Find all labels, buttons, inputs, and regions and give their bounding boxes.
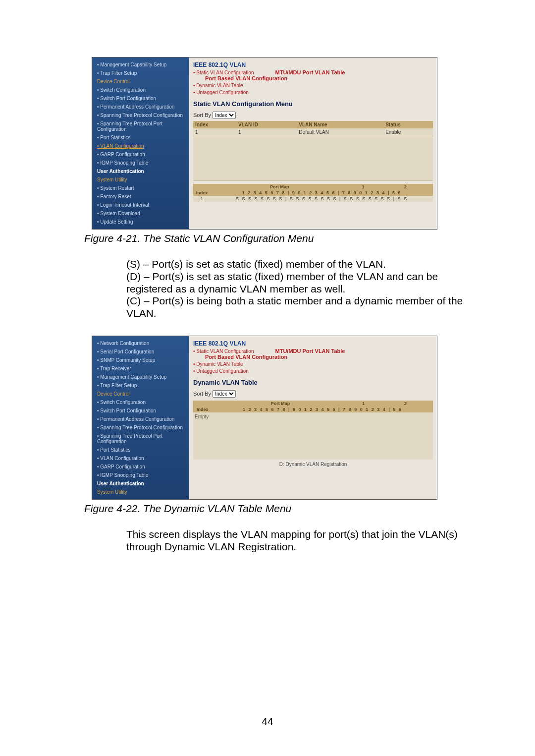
link-untagged[interactable]: • Untagged Configuration	[193, 368, 249, 374]
sidebar-item[interactable]: • Network Configuration	[92, 339, 189, 348]
portmap-group-2: 2	[391, 184, 420, 190]
portmap-row: 1 S S S S S S S S | S S S S S S S S | S …	[193, 196, 433, 202]
sidebar-item[interactable]: • Management Capability Setup	[92, 373, 189, 381]
sidebar-item: System Utility	[92, 488, 189, 496]
sidebar-item: Device Control	[92, 77, 189, 86]
link-static-vlan[interactable]: • Static VLAN Configuration	[193, 349, 254, 354]
sidebar-item[interactable]: • IGMP Snooping Table	[92, 159, 189, 167]
sidebar-item[interactable]: • GARP Configuration	[92, 463, 189, 471]
sortby-label: Sort By	[193, 391, 211, 397]
sidebar-item[interactable]: • Port Statistics	[92, 133, 189, 142]
sidebar-item[interactable]: • Trap Filter Setup	[92, 69, 189, 77]
sidebar-item[interactable]: • VLAN Configuration	[92, 454, 189, 463]
link-untagged[interactable]: • Untagged Configuration	[193, 90, 249, 95]
portmap-label: Port Map	[212, 401, 349, 407]
sidebar-item[interactable]: • Factory Reset	[92, 192, 189, 201]
portmap-group-2: 2	[391, 401, 420, 407]
col-status: Status	[383, 121, 433, 128]
sidebar-item[interactable]: • IGMP Snooping Table	[92, 471, 189, 479]
sidebar-item[interactable]: • Port Statistics	[92, 446, 189, 454]
figure-dynamic-vlan: • Network Configuration • Serial Port Co…	[92, 336, 437, 500]
port-map-table: Port Map 1 2 Index 1 2 3 4 5 6 7 8 | 9 0…	[193, 184, 433, 202]
sidebar-item[interactable]: • Management Capability Setup	[92, 60, 189, 69]
sidebar-item[interactable]: • System Restart	[92, 184, 189, 192]
panel-title: IEEE 802.1Q VLAN	[193, 340, 433, 347]
table-row[interactable]: 1 1 Default VLAN Enable	[193, 128, 433, 136]
col-vlanid: VLAN ID	[236, 121, 297, 128]
port-vlan-table-label[interactable]: MTU/MDU Port VLAN Table	[275, 69, 345, 75]
link-dynamic-vlan[interactable]: • Dynamic VLAN Table	[193, 361, 243, 367]
sidebar-item[interactable]: • Spanning Tree Protocol Port Configurat…	[92, 432, 189, 446]
portmap-group-1: 1	[349, 401, 378, 407]
port-vlan-table-label[interactable]: MTU/MDU Port VLAN Table	[275, 348, 345, 354]
sidebar-item[interactable]: • Update Setting	[92, 218, 189, 226]
section-title: Dynamic VLAN Table	[193, 379, 433, 386]
sidebar: • Network Configuration • Serial Port Co…	[92, 336, 189, 499]
port-based-vlan-label[interactable]: Port Based VLAN Configuration	[205, 354, 287, 360]
sidebar-item[interactable]: • Spanning Tree Protocol Configuration	[92, 111, 189, 119]
sidebar-item[interactable]: • Switch Port Configuration	[92, 94, 189, 103]
sidebar-item[interactable]: • Spanning Tree Protocol Port Configurat…	[92, 119, 189, 133]
panel-title: IEEE 802.1Q VLAN	[193, 61, 433, 68]
portmap-label: Port Map	[211, 184, 348, 190]
content-panel: IEEE 802.1Q VLAN • Static VLAN Configura…	[189, 336, 437, 499]
col-index: Index	[193, 121, 236, 128]
portmap-values: S S S S S S S S | S S S S S S S S | S S …	[211, 196, 433, 202]
sidebar-item[interactable]: • Trap Filter Setup	[92, 381, 189, 390]
sortby-select[interactable]: Index	[213, 112, 236, 119]
dynamic-table-body: Empty	[193, 412, 433, 460]
sidebar-item[interactable]: • Spanning Tree Protocol Configuration	[92, 423, 189, 432]
body-text-2: This screen displays the VLAN mapping fo…	[126, 528, 476, 553]
portmap-port-numbers: 1 2 3 4 5 6 7 8 | 9 0 1 2 3 4 5 6 | 7 8 …	[212, 407, 433, 412]
figure-static-vlan: • Management Capability Setup • Trap Fil…	[92, 57, 437, 230]
page-number: 44	[0, 715, 535, 727]
dynamic-footer: D: Dynamic VLAN Registration	[193, 462, 433, 467]
sidebar-item[interactable]: • Switch Configuration	[92, 86, 189, 94]
portmap-index-label: Index	[193, 190, 211, 196]
section-title: Static VLAN Configuration Menu	[193, 100, 433, 108]
sortby-select[interactable]: Index	[213, 390, 236, 398]
body-text-1: (S) – Port(s) is set as static (fixed) m…	[126, 258, 476, 320]
port-based-vlan-label[interactable]: Port Based VLAN Configuration	[205, 75, 287, 81]
sidebar-item-active[interactable]: • VLAN Configuration	[92, 142, 189, 150]
sidebar-heading: User Authentication	[92, 479, 189, 488]
sidebar-item[interactable]: • Permanent Address Configuration	[92, 415, 189, 423]
sidebar-item[interactable]: • SNMP Community Setup	[92, 356, 189, 364]
figure-caption-1: Figure 4-21. The Static VLAN Configurati…	[84, 233, 535, 244]
portmap-group-1: 1	[349, 184, 378, 190]
sidebar-item[interactable]: • Permanent Address Configuration	[92, 103, 189, 111]
sidebar-item[interactable]: • Switch Port Configuration	[92, 407, 189, 415]
vlan-table: Index VLAN ID VLAN Name Status 1 1 Defau…	[193, 121, 433, 181]
col-vlanname: VLAN Name	[297, 121, 383, 128]
sortby-label: Sort By	[193, 112, 211, 118]
sidebar: • Management Capability Setup • Trap Fil…	[92, 58, 189, 229]
sidebar-item: Device Control	[92, 390, 189, 398]
sidebar-heading: User Authentication	[92, 167, 189, 175]
sidebar-item[interactable]: • Switch Configuration	[92, 398, 189, 407]
figure-caption-2: Figure 4-22. The Dynamic VLAN Table Menu	[84, 503, 535, 515]
portmap-index-label: Index	[193, 407, 212, 412]
port-map-table: Port Map 1 2 Index 1 2 3 4 5 6 7 8 | 9 0…	[193, 401, 433, 412]
sidebar-item[interactable]: • GARP Configuration	[92, 150, 189, 159]
link-static-vlan[interactable]: • Static VLAN Configuration	[193, 70, 254, 75]
sidebar-item[interactable]: • Serial Port Configuration	[92, 348, 189, 356]
sidebar-item[interactable]: • System Download	[92, 209, 189, 218]
link-dynamic-vlan[interactable]: • Dynamic VLAN Table	[193, 83, 243, 88]
sidebar-item[interactable]: • Trap Receiver	[92, 364, 189, 373]
sidebar-item: System Utility	[92, 175, 189, 184]
sidebar-item[interactable]: • Login Timeout Interval	[92, 201, 189, 209]
portmap-port-numbers: 1 2 3 4 5 6 7 8 | 9 0 1 2 3 4 5 6 | 7 8 …	[211, 190, 433, 196]
content-panel: IEEE 802.1Q VLAN • Static VLAN Configura…	[189, 58, 437, 229]
